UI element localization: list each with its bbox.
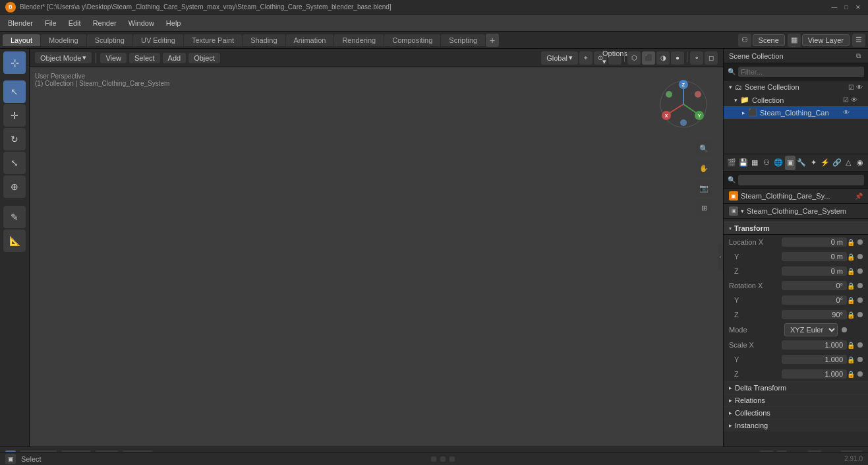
tab-animation[interactable]: Animation [286, 34, 334, 46]
canvas-area[interactable]: User Perspective (1) Collection | Steam_… [30, 67, 723, 447]
render-props-tab[interactable]: 🎬 [726, 156, 737, 170]
maximize-button[interactable]: □ [842, 3, 851, 12]
annotate-tool[interactable]: ✎ [3, 206, 26, 228]
transform-tool[interactable]: ⊕ [3, 175, 26, 198]
location-y-keyframe[interactable] [857, 254, 863, 259]
world-props-tab[interactable]: 🌐 [773, 156, 784, 170]
tab-texture-paint[interactable]: Texture Paint [184, 34, 242, 46]
delta-transform-section[interactable]: ▸ Delta Transform [724, 381, 868, 394]
viewport-shading-material[interactable]: ◑ [656, 51, 670, 65]
scale-z-lock[interactable]: 🔒 [847, 371, 856, 378]
rotation-z-value[interactable]: 90° [782, 310, 847, 319]
menu-blender[interactable]: Blender [3, 18, 38, 28]
menu-edit[interactable]: Edit [63, 18, 86, 28]
outliner-search-input[interactable] [738, 67, 864, 77]
snap-toggle[interactable]: ⌖ [579, 51, 593, 65]
overlay-toggle[interactable]: ⚬ [690, 51, 703, 65]
rotation-y-keyframe[interactable] [857, 297, 863, 303]
tab-layout[interactable]: Layout [3, 34, 40, 46]
particles-props-tab[interactable]: ✦ [808, 156, 819, 170]
rotation-x-value[interactable]: 0° [782, 281, 847, 290]
location-z-keyframe[interactable] [857, 268, 863, 274]
menu-window[interactable]: Window [123, 18, 159, 28]
location-x-keyframe[interactable] [857, 239, 863, 245]
close-button[interactable]: ✕ [854, 3, 863, 12]
location-y-lock[interactable]: 🔒 [847, 253, 856, 261]
scale-x-keyframe[interactable] [857, 342, 863, 348]
orthographic-tool[interactable]: ⊞ [695, 199, 712, 216]
tab-rendering[interactable]: Rendering [334, 34, 384, 46]
viewport[interactable]: Object Mode ▾ View Select Add Object Glo… [30, 49, 723, 447]
sub-eye-icon[interactable]: 👁 [843, 109, 850, 116]
location-y-value[interactable]: 0 m [782, 252, 847, 261]
menu-help[interactable]: Help [161, 18, 187, 28]
tab-shading[interactable]: Shading [243, 34, 285, 46]
tab-uv-editing[interactable]: UV Editing [133, 34, 183, 46]
pan-tool[interactable]: ✋ [695, 160, 712, 177]
view-menu[interactable]: View [100, 53, 127, 63]
scale-y-value[interactable]: 1.000 [782, 355, 847, 364]
camera-tool[interactable]: 📷 [695, 179, 712, 197]
rotation-y-lock[interactable]: 🔒 [847, 297, 856, 304]
instancing-section[interactable]: ▸ Instancing [724, 419, 868, 431]
collection-visibility-icon[interactable]: ☑ [843, 96, 849, 104]
mode-selector[interactable]: ⊹ [3, 51, 26, 74]
location-x-value[interactable]: 0 m [782, 237, 847, 247]
location-x-lock[interactable]: 🔒 [847, 239, 856, 246]
relations-section[interactable]: ▸ Relations [724, 394, 868, 406]
tab-compositing[interactable]: Compositing [384, 34, 440, 46]
modifiers-props-tab[interactable]: 🔧 [797, 156, 807, 170]
output-props-tab[interactable]: 💾 [738, 156, 749, 170]
rotation-x-keyframe[interactable] [857, 283, 863, 288]
cursor-tool[interactable]: ↖ [3, 80, 26, 103]
panel-collapse-btn[interactable]: ‹ [718, 244, 723, 270]
collection-eye-icon[interactable]: 👁 [851, 96, 857, 104]
scene-icon[interactable]: ⚇ [738, 34, 751, 47]
select-menu[interactable]: Select [129, 53, 160, 63]
scale-x-lock[interactable]: 🔒 [847, 342, 856, 349]
rotate-tool[interactable]: ↻ [3, 128, 26, 150]
scale-z-keyframe[interactable] [857, 371, 863, 377]
material-props-tab[interactable]: ◉ [855, 156, 865, 170]
scene-collection-row[interactable]: ▾ 🗂 Scene Collection ☑ 👁 [724, 80, 868, 94]
collections-section[interactable]: ▸ Collections [724, 406, 868, 419]
filter-icon[interactable]: ⧉ [854, 51, 863, 61]
options-toggle[interactable]: Options ▾ [608, 51, 622, 65]
props-search-input[interactable] [738, 175, 864, 185]
rotation-mode-select[interactable]: XYZ Euler [784, 323, 838, 336]
rotation-z-lock[interactable]: 🔒 [847, 311, 856, 319]
add-menu[interactable]: Add [163, 53, 187, 63]
eye-icon[interactable]: 👁 [856, 84, 863, 91]
scale-y-keyframe[interactable] [857, 357, 863, 362]
data-props-tab[interactable]: △ [844, 156, 854, 170]
measure-tool[interactable]: 📐 [3, 230, 26, 252]
scene-selector[interactable]: Scene [753, 34, 785, 46]
viewport-shading-solid[interactable]: ⬛ [642, 51, 655, 65]
titlebar-controls[interactable]: — □ ✕ [830, 3, 863, 12]
scene-props-tab[interactable]: ⚇ [761, 156, 772, 170]
scale-x-value[interactable]: 1.000 [782, 340, 847, 350]
menu-render[interactable]: Render [88, 18, 122, 28]
scale-z-value[interactable]: 1.000 [782, 369, 847, 379]
constraints-props-tab[interactable]: 🔗 [832, 156, 842, 170]
viewport-shading-render[interactable]: ● [671, 51, 684, 65]
scale-tool[interactable]: ⤡ [3, 152, 26, 174]
collection-row[interactable]: ▾ 📁 Collection ☑ 👁 [724, 94, 868, 106]
view-layer-props-tab[interactable]: ▦ [750, 156, 761, 170]
rotation-x-lock[interactable]: 🔒 [847, 282, 856, 290]
view-layer-icon[interactable]: ▦ [788, 34, 801, 47]
xray-toggle[interactable]: ◻ [705, 51, 718, 65]
view-layer-selector[interactable]: View Layer [802, 34, 850, 46]
physics-props-tab[interactable]: ⚡ [820, 156, 830, 170]
zoom-tool[interactable]: 🔍 [695, 140, 712, 157]
transform-header[interactable]: ▾ Transform [724, 222, 868, 235]
object-mode-selector[interactable]: Object Mode ▾ [35, 52, 92, 63]
tab-scripting[interactable]: Scripting [441, 34, 485, 46]
scale-y-lock[interactable]: 🔒 [847, 356, 856, 363]
pin-icon[interactable]: 📌 [855, 193, 863, 200]
object-menu[interactable]: Object [188, 53, 220, 63]
sub-collection-row[interactable]: ▸ ⬛ Steam_Clothing_Can 👁 [724, 106, 868, 119]
move-tool[interactable]: ✛ [3, 104, 26, 127]
visibility-checkbox-icon[interactable]: ☑ [848, 84, 854, 91]
minimize-button[interactable]: — [830, 3, 839, 12]
